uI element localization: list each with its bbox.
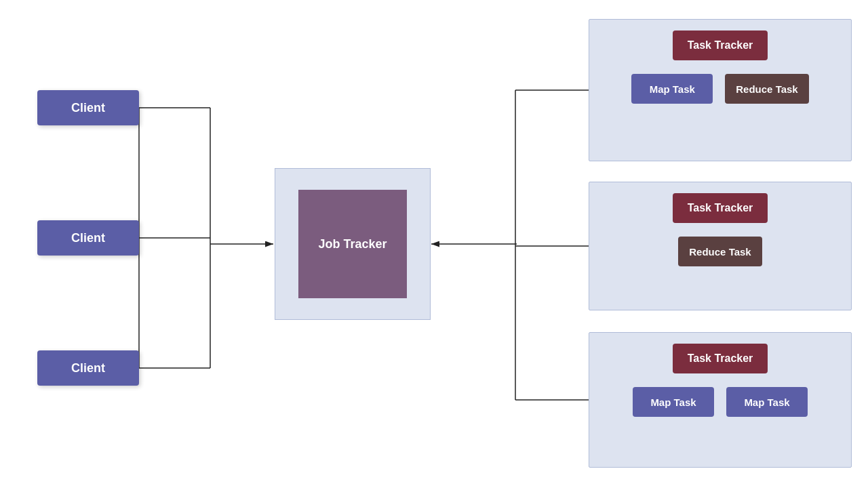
- map-task-3a: Map Task: [633, 387, 714, 417]
- reduce-task-1: Reduce Task: [725, 74, 808, 104]
- client-3-label: Client: [71, 361, 105, 375]
- task-tracker-3: Task Tracker: [673, 344, 768, 373]
- map-task-1: Map Task: [631, 74, 713, 104]
- job-tracker-inner: Job Tracker: [298, 190, 407, 298]
- client-3: Client: [37, 350, 139, 386]
- task-tracker-3-label: Task Tracker: [688, 352, 753, 365]
- job-tracker-label: Job Tracker: [318, 237, 387, 251]
- client-2-label: Client: [71, 231, 105, 245]
- panel-1: Task Tracker Map Task Reduce Task: [589, 19, 852, 161]
- task-tracker-2-label: Task Tracker: [688, 202, 753, 214]
- job-tracker-outer: Job Tracker: [275, 168, 431, 320]
- map-task-3b: Map Task: [726, 387, 808, 417]
- reduce-task-2: Reduce Task: [678, 237, 762, 266]
- diagram-container: Client Client Client Job Tracker Task Tr…: [0, 0, 868, 488]
- client-2: Client: [37, 220, 139, 256]
- map-task-1-label: Map Task: [650, 83, 695, 95]
- panel-2: Task Tracker Reduce Task: [589, 182, 852, 310]
- panel-3: Task Tracker Map Task Map Task: [589, 332, 852, 468]
- task-tracker-1-label: Task Tracker: [688, 39, 753, 52]
- task-tracker-1: Task Tracker: [673, 30, 768, 60]
- task-tracker-2: Task Tracker: [673, 193, 768, 223]
- map-task-3a-label: Map Task: [650, 396, 696, 408]
- client-1: Client: [37, 90, 139, 125]
- client-1-label: Client: [71, 101, 105, 115]
- map-task-3b-label: Map Task: [744, 396, 789, 408]
- reduce-task-1-label: Reduce Task: [736, 83, 797, 95]
- reduce-task-2-label: Reduce Task: [689, 246, 751, 258]
